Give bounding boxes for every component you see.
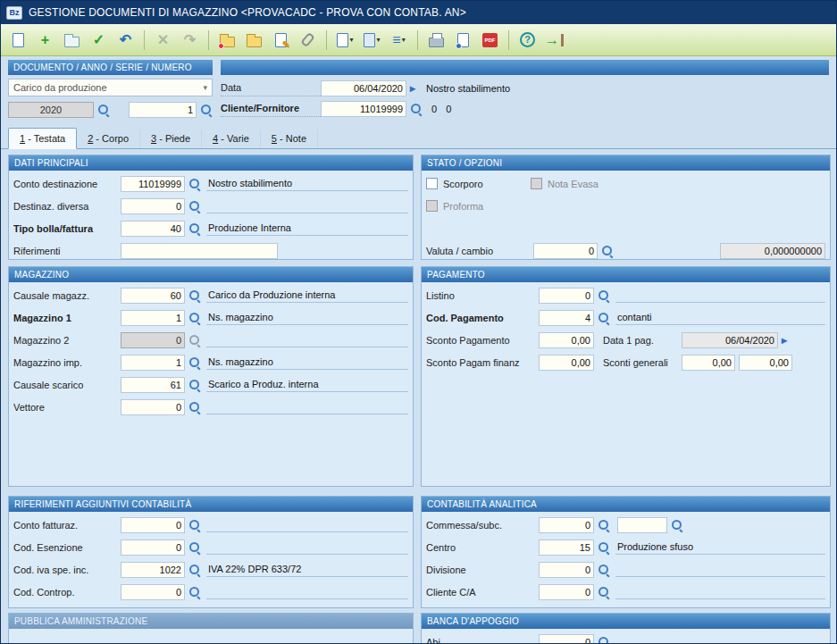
number-lookup-icon[interactable] [198,102,213,118]
client-supplier-field[interactable]: 11019999 [321,101,406,117]
tab-piede[interactable]: 3 - Piede [140,130,202,148]
divisione-lookup-icon[interactable] [596,562,610,578]
date-field[interactable]: 06/04/2020 [321,80,406,96]
magazzino1-lookup-icon[interactable] [187,310,201,326]
vettore-lookup-icon[interactable] [187,399,201,415]
centro-field[interactable]: 15 [539,539,594,556]
causale-scarico-field[interactable]: 61 [121,377,185,393]
magazzino-imp-field[interactable]: 1 [121,355,185,371]
tab-corpo[interactable]: 2 - Corpo [77,130,140,148]
tipo-bolla-lookup-icon[interactable] [187,221,201,237]
tabstrip: 1 - Testata2 - Corpo3 - Piede4 - Varie5 … [1,126,836,149]
magazzino-imp-lookup-icon[interactable] [187,355,201,371]
valuta-lookup-icon[interactable] [599,243,614,259]
sconto-generale1-field[interactable]: 0,00 [682,355,735,371]
field-label: Conto fatturaz. [13,520,121,531]
listino-lookup-icon[interactable] [596,288,610,304]
export-pdf-button[interactable]: PDF [478,28,502,52]
tab-label: - Piede [156,133,190,144]
tab-testata[interactable]: 1 - Testata [8,128,77,149]
abi-lookup-icon[interactable] [596,634,610,644]
valuta-field[interactable]: 0 [533,243,598,259]
cod-pagamento-field[interactable]: 4 [539,310,594,326]
document-print-menu-button[interactable]: ▾ [333,28,357,52]
vettore-field[interactable]: 0 [121,399,185,415]
toolbar-separator [144,30,145,50]
scorporo-checkbox[interactable] [426,178,438,189]
sottocommessa-lookup-icon[interactable] [669,517,683,533]
riferimenti-field[interactable] [121,243,278,259]
magazzino1-field[interactable]: 1 [121,310,185,326]
cod-iva-lookup-icon[interactable] [187,562,201,578]
commessa-lookup-icon[interactable] [596,517,610,533]
divisione-field[interactable]: 0 [539,562,594,578]
print-preview-button[interactable] [451,28,475,52]
cod-contropartita-field[interactable]: 0 [121,584,185,600]
establishment-label: Nostro stabilimento [426,83,510,94]
causale-magazzino-field[interactable]: 60 [121,288,185,304]
commessa-field[interactable]: 0 [539,517,594,533]
form-row: Conto fatturaz.0 [13,514,408,536]
exit-button[interactable]: → [542,28,566,52]
sottocommessa-field[interactable] [617,517,667,533]
group-body-stato-opzioni: ScorporoNota EvasaProformaValuta / cambi… [422,171,830,260]
cod-esenzione-lookup-icon[interactable] [187,539,201,556]
cod-iva-field[interactable]: 1022 [121,562,185,578]
document-type-combo[interactable]: Carico da produzione ▾ [8,79,213,96]
document-export-menu-button[interactable]: ▾ [360,28,384,52]
print-button[interactable] [424,28,448,52]
listino-field[interactable]: 0 [539,288,594,304]
help-button[interactable]: ? [515,28,540,52]
destinazione-diversa-field[interactable]: 0 [121,198,185,214]
edit-notes-button[interactable]: ✎ [269,28,293,52]
copy-document-button[interactable] [242,28,266,52]
field-label: Listino [426,290,539,301]
conto-fatturazione-lookup-icon[interactable] [187,517,201,533]
tab-varie[interactable]: 4 - Varie [202,130,261,148]
form-row: ScorporoNota Evasa [426,172,825,195]
client-lookup-icon[interactable] [408,101,423,117]
field-description [206,399,408,414]
new-document-button[interactable] [6,28,30,52]
cod-pagamento-lookup-icon[interactable] [596,310,610,326]
cod-esenzione-field[interactable]: 0 [121,539,185,556]
group-pubblica-amministrazione: PUBBLICA AMMINISTRAZIONE [8,613,414,643]
form-row: Causale scarico61Scarico a Produz. inter… [13,373,408,396]
tab-label: - Corpo [93,133,129,144]
field-label: Causale scarico [13,380,121,390]
conto-destinazione-lookup-icon[interactable] [187,176,201,192]
abi-field[interactable]: 0 [539,634,594,644]
attachments-button[interactable] [296,28,320,52]
sconto-finanziario-field[interactable]: 0,00 [539,355,594,371]
destinazione-diversa-lookup-icon[interactable] [187,198,201,214]
form-row: Causale magazz.60Carico da Produzione in… [13,284,408,306]
centro-lookup-icon[interactable] [596,539,610,556]
field-label: Cod. Controp. [13,587,121,598]
badge-dot-icon [456,43,462,49]
cliente-ca-lookup-icon[interactable] [596,584,610,600]
tab-note[interactable]: 5 - Note [261,130,318,148]
conto-destinazione-field[interactable]: 11019999 [121,176,185,192]
confirm-button[interactable]: ✓ [87,28,111,52]
sconto-generale2-field[interactable]: 0,00 [739,355,792,371]
cod-contropartita-lookup-icon[interactable] [187,584,201,600]
titlebar: Bz GESTIONE DOCUMENTI DI MAGAZZINO <PROV… [1,1,836,24]
field-description [615,584,825,599]
data-pagamento-picker-icon[interactable]: ▸ [778,334,791,347]
date-picker-icon[interactable]: ▸ [406,82,419,95]
add-record-button[interactable]: + [33,28,57,52]
document-number-field[interactable]: 1 [129,102,197,118]
form-row: Riferimenti [13,239,408,260]
undo-button[interactable]: ↶ [113,28,138,52]
sconto-pagamento-field[interactable]: 0,00 [539,332,594,348]
field-label: Riferimenti [13,246,121,256]
tipo-bolla-field[interactable]: 40 [121,221,185,237]
causale-magazzino-lookup-icon[interactable] [187,288,201,304]
conto-fatturazione-field[interactable]: 0 [121,517,185,533]
causale-scarico-lookup-icon[interactable] [187,377,201,393]
year-lookup-icon[interactable] [96,102,110,118]
cliente-ca-field[interactable]: 0 [539,584,594,600]
open-document-button[interactable] [60,28,84,52]
options-menu-button[interactable]: ≡▾ [387,28,411,52]
documents-archive-button[interactable] [215,28,239,52]
